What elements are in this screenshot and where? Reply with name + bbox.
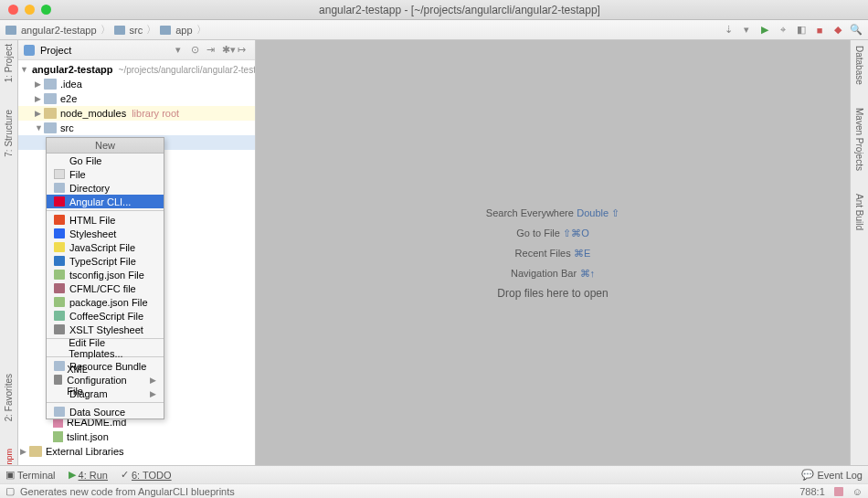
close-icon[interactable] (8, 5, 18, 15)
zoom-icon[interactable] (41, 5, 51, 15)
tool-favorites[interactable]: 2: Favorites (4, 374, 14, 421)
folder-icon (160, 26, 171, 35)
html-icon (54, 215, 65, 225)
hint-recent-files: Recent Files ⌘E (515, 247, 591, 260)
context-item[interactable]: JavaScript File (47, 240, 164, 254)
folder-icon (44, 122, 57, 133)
tab-terminal[interactable]: ▣ Terminal (5, 469, 56, 481)
context-item[interactable]: File (47, 167, 164, 181)
context-item-label: Directory (69, 183, 110, 194)
context-item[interactable]: package.json File (47, 295, 164, 309)
tool-project[interactable]: 1: Project (4, 44, 14, 82)
editor-empty: Search Everywhere Double ⇧ Go to File ⇧⌘… (256, 40, 850, 465)
tool-maven[interactable]: Maven Projects (854, 108, 864, 171)
tree-external-libraries[interactable]: ▶External Libraries (18, 444, 255, 459)
sidebar-title[interactable]: Project (40, 45, 71, 56)
vcs-icon[interactable]: ◆ (831, 24, 844, 37)
folder-icon (44, 79, 57, 90)
tool-database[interactable]: Database (854, 46, 864, 85)
context-item-label: JavaScript File (69, 242, 135, 253)
context-item-label: File (69, 169, 86, 180)
context-item-label: CFML/CFC file (69, 283, 136, 294)
status-message: Generates new code from AngularCLI bluep… (20, 486, 235, 497)
minimize-icon[interactable] (25, 5, 35, 15)
coverage-icon[interactable]: ◧ (795, 24, 808, 37)
css-icon (54, 228, 65, 238)
fil-icon (54, 169, 65, 179)
context-item[interactable]: CoffeeScript File (47, 309, 164, 323)
context-item[interactable]: XML Configuration File▶ (47, 373, 164, 387)
context-item-label: Edit File Templates... (69, 337, 156, 359)
context-item[interactable]: tsconfig.json File (47, 268, 164, 281)
ts-icon (54, 256, 65, 266)
library-icon (29, 446, 42, 457)
lock-icon[interactable] (834, 487, 843, 496)
chevron-right-icon: ▶ (150, 376, 156, 385)
library-folder-icon (44, 108, 57, 119)
debug-icon[interactable]: ⌖ (777, 24, 789, 37)
toolbar-right: ⇣ ▾ ▶ ⌖ ◧ ■ ◆ 🔍 (722, 24, 863, 37)
tree-folder-e2e[interactable]: ▶e2e (18, 91, 255, 106)
stop-icon[interactable]: ■ (813, 24, 826, 37)
context-item[interactable]: HTML File (47, 213, 164, 227)
context-item[interactable]: Edit File Templates... (47, 341, 164, 355)
json-icon (53, 431, 63, 442)
tool-ant[interactable]: Ant Build (854, 194, 864, 230)
context-item[interactable]: CFML/CFC file (47, 281, 164, 295)
jsf-icon (54, 242, 65, 252)
hector-icon[interactable]: ☺ (852, 486, 863, 497)
context-item[interactable]: Diagram▶ (47, 387, 164, 400)
right-tool-rail: Database Maven Projects Ant Build (850, 40, 868, 465)
tool-npm[interactable]: npm (5, 449, 14, 465)
xs-icon (54, 324, 65, 334)
hide-icon[interactable]: ↦ (238, 44, 249, 56)
event-log[interactable]: 💬 Event Log (801, 469, 863, 481)
context-item-label: XSLT Stylesheet (69, 324, 143, 335)
crumb[interactable]: angular2-testapp (21, 25, 97, 36)
context-item[interactable]: Stylesheet (47, 227, 164, 240)
chevron-right-icon: 〉 (196, 23, 206, 37)
tab-run[interactable]: ▶4: Run (69, 469, 108, 481)
gear-icon[interactable]: ✱▾ (222, 44, 234, 56)
context-item-label: Diagram (69, 388, 108, 399)
tree-root[interactable]: ▼angular2-testapp~/projects/angularcli/a… (18, 62, 255, 77)
context-item[interactable]: Go File (47, 154, 164, 167)
context-item[interactable]: Directory (47, 181, 164, 195)
hint-drop-files: Drop files here to open (497, 287, 608, 300)
fold-icon (54, 183, 65, 193)
tab-todo[interactable]: ✓ 6: TODO (121, 469, 172, 481)
crumb[interactable]: app (175, 25, 192, 36)
run-icon[interactable]: ▶ (758, 24, 771, 37)
tool-structure[interactable]: 7: Structure (4, 110, 14, 157)
crumb[interactable]: src (130, 25, 143, 36)
status-position: 788:1 (799, 486, 825, 497)
hint-search-everywhere: Search Everywhere Double ⇧ (486, 207, 619, 219)
cfm-icon (54, 283, 65, 293)
context-item[interactable]: XSLT Stylesheet (47, 323, 164, 336)
run-config-icon[interactable]: ▾ (740, 24, 753, 37)
make-icon[interactable]: ⇣ (722, 24, 735, 37)
sidebar-header: Project ▾ ⊙ ⇥ ✱▾ ↦ (18, 40, 255, 60)
tree-folder-src[interactable]: ▼src (18, 121, 255, 135)
window-controls (0, 5, 51, 15)
tree-folder-node-modules[interactable]: ▶node_moduleslibrary root (18, 106, 255, 121)
context-item[interactable]: Data Source (47, 405, 164, 419)
project-icon (24, 45, 35, 56)
collapse-icon[interactable]: ⇥ (206, 44, 218, 56)
context-item[interactable]: TypeScript File (47, 254, 164, 268)
ang-icon (54, 196, 65, 207)
context-item[interactable]: Angular CLI... (47, 195, 164, 208)
xs-icon (54, 375, 62, 385)
search-icon[interactable]: 🔍 (850, 24, 863, 37)
folder-icon (114, 26, 125, 35)
breadcrumb[interactable]: angular2-testapp 〉 src 〉 app 〉 (5, 23, 208, 37)
tree-file-tslint[interactable]: tslint.json (18, 429, 255, 444)
context-menu-new[interactable]: New Go FileFileDirectoryAngular CLI...HT… (46, 137, 164, 419)
hint-go-to-file: Go to File ⇧⌘O (516, 227, 589, 239)
navbar: angular2-testapp 〉 src 〉 app 〉 ⇣ ▾ ▶ ⌖ ◧… (0, 20, 868, 40)
go-icon (54, 155, 65, 165)
autoscroll-icon[interactable]: ⊙ (191, 44, 203, 56)
dropdown-icon[interactable]: ▾ (175, 44, 187, 56)
context-item-label: Data Source (69, 407, 125, 418)
tree-folder-idea[interactable]: ▶.idea (18, 77, 255, 91)
